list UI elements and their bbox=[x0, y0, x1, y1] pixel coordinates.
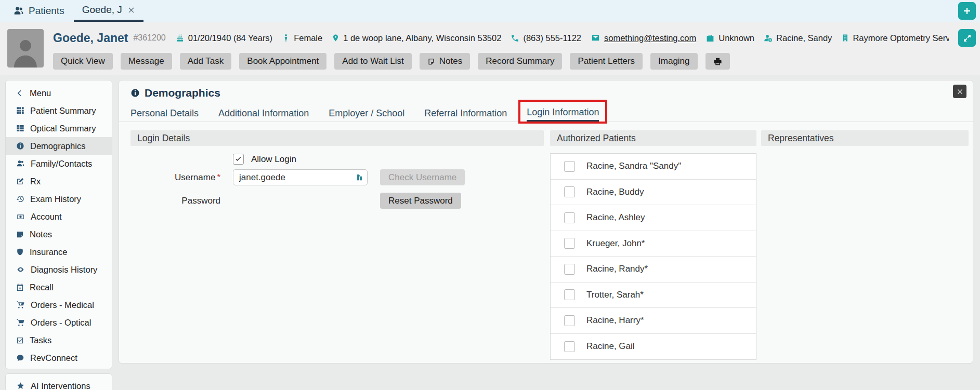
sidebar-item-menu[interactable]: Menu bbox=[6, 84, 112, 102]
sidebar-item-demographics[interactable]: Demographics bbox=[6, 137, 112, 155]
expand-patient-header-button[interactable] bbox=[958, 29, 976, 47]
patient-letters-button[interactable]: Patient Letters bbox=[570, 53, 643, 70]
patient-letters-label: Patient Letters bbox=[578, 56, 635, 66]
patients-module[interactable]: Patients bbox=[0, 0, 74, 22]
password-manager-icon[interactable] bbox=[356, 173, 363, 182]
eye-icon bbox=[16, 266, 25, 273]
sidebar-item-optical-summary-label: Optical Summary bbox=[30, 124, 96, 133]
sidebar-item-rx[interactable]: Rx bbox=[6, 172, 112, 190]
email-item: something@testing.com bbox=[591, 33, 696, 43]
sidebar-item-insurance-label: Insurance bbox=[30, 247, 67, 257]
username-input[interactable] bbox=[233, 169, 368, 185]
sidebar-item-menu-label: Menu bbox=[30, 88, 51, 98]
tab-additional-information[interactable]: Additional Information bbox=[218, 104, 309, 122]
required-asterisk: * bbox=[217, 172, 220, 182]
close-panel-button[interactable] bbox=[953, 85, 966, 98]
add-task-button[interactable]: Add Task bbox=[180, 53, 232, 70]
sidebar-item-account-label: Account bbox=[31, 212, 62, 222]
authorized-patient-row: Racine, Harry* bbox=[551, 308, 756, 334]
sticky-note-icon bbox=[16, 231, 24, 238]
sidebar-item-family-contacts-label: Family/Contacts bbox=[31, 159, 92, 169]
username-label-wrap: Username* bbox=[130, 172, 220, 183]
allow-login-checkbox[interactable] bbox=[233, 154, 244, 165]
authorized-patient-checkbox[interactable] bbox=[564, 289, 575, 300]
quick-view-label: Quick View bbox=[61, 56, 105, 66]
address-item: 1 de woop lane, Albany, Wisconsin 53502 bbox=[332, 33, 501, 43]
tab-close-icon[interactable] bbox=[127, 6, 135, 14]
reset-password-button[interactable]: Reset Password bbox=[380, 193, 461, 209]
close-icon bbox=[957, 88, 963, 95]
tab-login-information[interactable]: Login Information bbox=[527, 104, 599, 122]
sidebar-item-orders-medical[interactable]: Orders - Medical bbox=[6, 296, 112, 314]
info-circle-icon bbox=[16, 142, 24, 150]
patient-tab-label: Goede, J bbox=[82, 4, 122, 16]
add-task-label: Add Task bbox=[188, 56, 224, 66]
authorized-patient-checkbox[interactable] bbox=[564, 341, 575, 352]
book-appointment-button[interactable]: Book Appointment bbox=[239, 53, 326, 70]
briefcase-icon bbox=[705, 34, 715, 43]
authorized-patient-checkbox[interactable] bbox=[564, 161, 575, 172]
sidebar-item-notes[interactable]: Notes bbox=[6, 225, 112, 243]
authorized-patient-name: Racine, Harry* bbox=[586, 315, 644, 326]
authorized-patients-title: Authorized Patients bbox=[557, 133, 636, 144]
provider-item: Racine, Sandy bbox=[764, 33, 832, 43]
authorized-patient-row: Trotter, Sarah* bbox=[551, 283, 756, 308]
gender-item: Female bbox=[282, 33, 322, 43]
money-icon bbox=[16, 213, 25, 221]
check-username-button[interactable]: Check Username bbox=[380, 169, 465, 185]
tab-referral-information[interactable]: Referral Information bbox=[424, 104, 507, 122]
add-to-wait-list-button[interactable]: Add to Wait List bbox=[334, 53, 411, 70]
sidebar-item-account[interactable]: Account bbox=[6, 208, 112, 225]
sidebar-item-optical-summary[interactable]: Optical Summary bbox=[6, 119, 112, 137]
tab-personal-details[interactable]: Personal Details bbox=[130, 104, 199, 122]
edit-icon bbox=[16, 177, 24, 185]
patient-name: Goede, Janet bbox=[53, 31, 128, 45]
patient-tab-goede[interactable]: Goede, J bbox=[74, 0, 143, 22]
reset-password-label: Reset Password bbox=[388, 196, 453, 206]
avatar bbox=[7, 29, 44, 68]
authorized-patient-checkbox[interactable] bbox=[564, 315, 575, 326]
authorized-patient-checkbox[interactable] bbox=[564, 264, 575, 275]
imaging-button[interactable]: Imaging bbox=[650, 53, 697, 70]
record-summary-button[interactable]: Record Summary bbox=[478, 53, 562, 70]
print-button[interactable] bbox=[705, 53, 730, 70]
representatives-title: Representatives bbox=[768, 133, 833, 144]
sidebar-item-revconnect[interactable]: RevConnect bbox=[6, 349, 112, 367]
representatives-header: Representatives bbox=[761, 130, 969, 146]
authorized-patients-header: Authorized Patients bbox=[550, 130, 756, 146]
phone-item: (863) 555-1122 bbox=[511, 33, 581, 43]
patient-sidebar: Menu Patient Summary Optical Summary Dem… bbox=[5, 80, 112, 369]
sidebar-item-recall[interactable]: Recall bbox=[6, 278, 112, 296]
authorized-patient-checkbox[interactable] bbox=[564, 212, 575, 223]
sidebar-item-exam-history[interactable]: Exam History bbox=[6, 190, 112, 208]
sidebar-item-tasks[interactable]: Tasks bbox=[6, 331, 112, 349]
authorized-patient-name: Racine, Gail bbox=[586, 341, 635, 352]
expand-arrows-icon bbox=[963, 34, 972, 43]
sidebar-item-ai-interventions[interactable]: AI Interventions bbox=[6, 377, 112, 390]
new-patient-button[interactable] bbox=[958, 2, 976, 20]
sidebar-item-orders-optical[interactable]: Orders - Optical bbox=[6, 314, 112, 331]
email-link[interactable]: something@testing.com bbox=[604, 33, 696, 43]
sidebar-item-insurance[interactable]: Insurance bbox=[6, 243, 112, 261]
authorized-patient-row: Racine, Gail bbox=[551, 334, 756, 360]
phone-icon bbox=[511, 34, 519, 43]
employment-item: Unknown bbox=[705, 33, 754, 43]
password-label: Password bbox=[130, 196, 220, 206]
sidebar-item-orders-medical-label: Orders - Medical bbox=[31, 300, 94, 310]
tab-employer-school[interactable]: Employer / School bbox=[329, 104, 404, 122]
demographics-tabs: Personal Details Additional Information … bbox=[130, 104, 599, 122]
sidebar-item-family-contacts[interactable]: Family/Contacts bbox=[6, 155, 112, 172]
sidebar-item-diagnosis-history[interactable]: Diagnosis History bbox=[6, 261, 112, 278]
info-circle-icon bbox=[130, 88, 140, 98]
location-value: Raymore Optometry Services bbox=[853, 33, 949, 43]
sidebar-item-patient-summary[interactable]: Patient Summary bbox=[6, 102, 112, 119]
cart-plus-icon bbox=[16, 301, 25, 309]
message-button[interactable]: Message bbox=[121, 53, 172, 70]
authorized-patient-checkbox[interactable] bbox=[564, 186, 575, 197]
notes-button[interactable]: Notes bbox=[420, 53, 470, 70]
login-details-title: Login Details bbox=[137, 133, 190, 144]
quick-view-button[interactable]: Quick View bbox=[53, 53, 113, 70]
checkmark-icon bbox=[234, 155, 242, 163]
authorized-patient-checkbox[interactable] bbox=[564, 238, 575, 249]
authorized-patient-row: Racine, Sandra "Sandy" bbox=[551, 154, 756, 180]
